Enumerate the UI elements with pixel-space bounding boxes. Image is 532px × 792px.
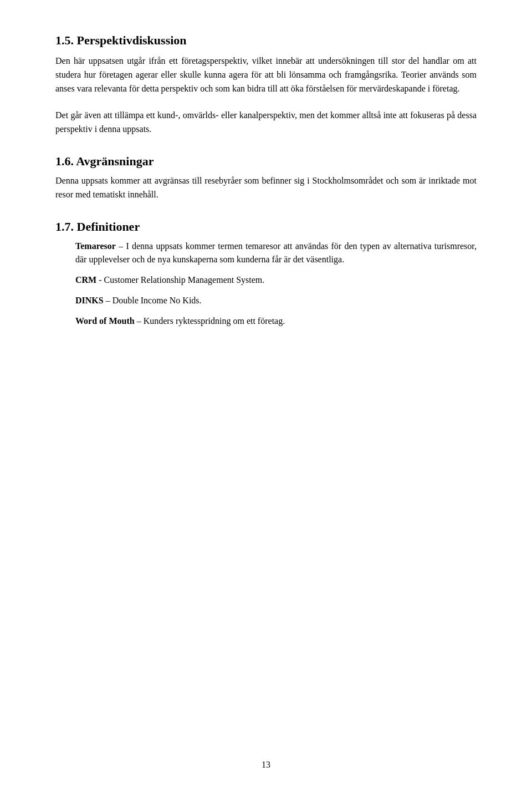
definition-word-of-mouth: Word of Mouth – Kunders ryktesspridning … [75,314,477,328]
definition-dinks-text: DINKS – Double Income No Kids. [75,294,477,308]
section-1-5-heading: 1.5. Perspektivdiskussion [55,33,477,48]
definition-crm-text: CRM - Customer Relationship Management S… [75,273,477,287]
definition-crm: CRM - Customer Relationship Management S… [75,273,477,287]
definition-dinks-definition: Double Income No Kids. [112,296,202,305]
definition-word-of-mouth-text: Word of Mouth – Kunders ryktesspridning … [75,314,477,328]
definition-dinks: DINKS – Double Income No Kids. [75,294,477,308]
definition-temaresor-text: Temaresor – I denna uppsats kommer terme… [75,240,477,267]
definition-dinks-separator: – [104,296,112,305]
definition-word-of-mouth-separator: – [135,316,144,326]
section-1-5-paragraph-1: Den här uppsatsen utgår ifrån ett företa… [55,54,477,95]
definition-dinks-term: DINKS [75,296,104,305]
section-1-6-heading: 1.6. Avgränsningar [55,154,477,169]
section-1-6: 1.6. Avgränsningar Denna uppsats kommer … [55,154,477,202]
page-number: 13 [262,760,270,770]
section-1-5: 1.5. Perspektivdiskussion Den här uppsat… [55,33,477,136]
definition-temaresor: Temaresor – I denna uppsats kommer terme… [75,240,477,267]
section-1-7-heading: 1.7. Definitioner [55,220,477,234]
definition-crm-term: CRM [75,275,96,285]
section-1-6-paragraph-1: Denna uppsats kommer att avgränsas till … [55,174,477,202]
definition-temaresor-separator: – [116,241,126,251]
definition-crm-definition: Customer Relationship Management System. [104,275,265,285]
definition-temaresor-term: Temaresor [75,241,116,251]
definition-crm-separator: - [96,275,104,285]
page: 1.5. Perspektivdiskussion Den här uppsat… [0,0,532,792]
section-1-7: 1.7. Definitioner Temaresor – I denna up… [55,220,477,328]
definition-word-of-mouth-term: Word of Mouth [75,316,135,326]
definition-temaresor-definition: I denna uppsats kommer termen temaresor … [75,241,477,265]
section-1-5-paragraph-2: Det går även att tillämpa ett kund-, omv… [55,109,477,136]
definition-word-of-mouth-definition: Kunders ryktesspridning om ett företag. [144,316,285,326]
